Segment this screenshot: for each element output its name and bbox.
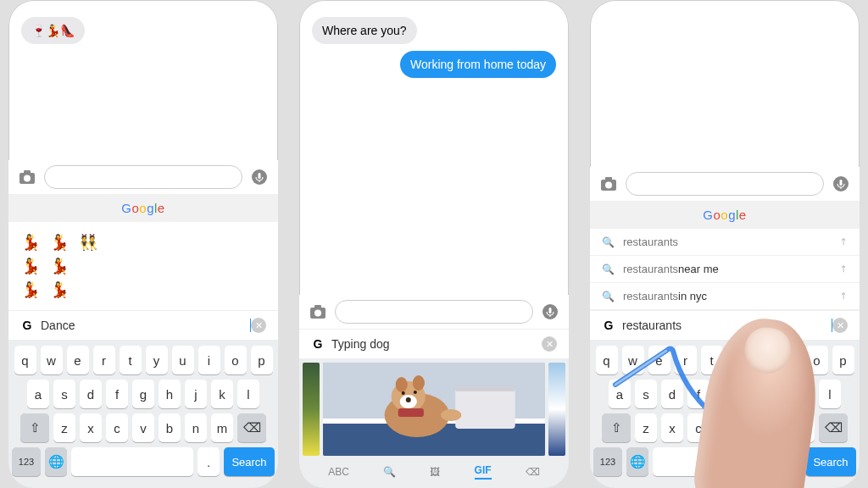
svg-point-19 <box>396 377 408 392</box>
compose-input[interactable] <box>626 172 824 196</box>
google-g-icon: G <box>311 337 325 351</box>
key-w[interactable]: w <box>41 346 63 374</box>
key-t[interactable]: t <box>120 346 142 374</box>
tab-gif[interactable]: GIF <box>475 464 492 480</box>
gboard-search-field[interactable]: G Typing dog ✕ <box>299 329 569 359</box>
search-text: Typing dog <box>331 337 542 351</box>
mic-icon[interactable] <box>249 167 270 187</box>
gif-tile[interactable] <box>548 363 565 456</box>
key-d[interactable]: d <box>80 380 102 408</box>
emoji-result[interactable]: 👯 <box>79 230 97 254</box>
insert-arrow-icon: ↗ <box>837 290 851 303</box>
key-p[interactable]: p <box>251 346 273 374</box>
key-u[interactable]: u <box>172 346 194 374</box>
key-l[interactable]: l <box>237 380 259 408</box>
emoji-result[interactable]: 💃 <box>50 278 69 302</box>
gif-tile[interactable] <box>303 363 320 456</box>
svg-rect-4 <box>259 173 261 179</box>
gboard-search-field[interactable]: G restaurants ✕ <box>590 310 860 341</box>
key-dot[interactable]: . <box>198 447 220 476</box>
tab-abc[interactable]: ABC <box>328 466 349 478</box>
key-r[interactable]: r <box>675 346 697 374</box>
compose-bar <box>8 160 278 194</box>
key-globe[interactable]: 🌐 <box>45 447 67 476</box>
key-a[interactable]: a <box>27 380 49 408</box>
image-icon[interactable]: 🖼 <box>430 466 440 478</box>
search-icon: 🔍 <box>602 291 615 302</box>
key-k[interactable]: k <box>211 380 233 408</box>
key-f[interactable]: f <box>106 380 128 408</box>
key-a[interactable]: a <box>609 380 631 408</box>
search-text: restaurants <box>622 319 832 332</box>
key-q[interactable]: q <box>14 346 36 374</box>
key-search[interactable]: Search <box>224 447 275 476</box>
key-z[interactable]: z <box>53 413 75 442</box>
emoji-result[interactable]: 💃 <box>21 278 40 302</box>
suggestion-item[interactable]: 🔍restaurants in nyc↗ <box>590 283 860 310</box>
key-q[interactable]: q <box>596 346 618 374</box>
key-r[interactable]: r <box>93 346 115 374</box>
clear-icon[interactable]: ✕ <box>542 336 557 352</box>
camera-icon[interactable] <box>598 174 619 194</box>
svg-point-23 <box>402 391 405 395</box>
backspace-icon[interactable]: ⌫ <box>526 466 540 478</box>
emoji-result[interactable]: 💃 <box>50 230 69 254</box>
search-icon: 🔍 <box>602 263 615 275</box>
key-g[interactable]: g <box>132 380 154 408</box>
key-l[interactable]: l <box>819 380 841 408</box>
mic-icon[interactable] <box>831 174 851 194</box>
key-numbers[interactable]: 123 <box>593 447 622 476</box>
key-shift[interactable]: ⇧ <box>602 413 631 442</box>
camera-icon[interactable] <box>308 302 328 322</box>
key-h[interactable]: h <box>159 380 181 408</box>
clear-icon[interactable]: ✕ <box>251 318 266 333</box>
key-m[interactable]: m <box>211 413 233 442</box>
key-s[interactable]: s <box>635 380 657 408</box>
key-space[interactable] <box>71 447 193 476</box>
key-numbers[interactable]: 123 <box>12 447 41 476</box>
google-g-icon: G <box>602 319 615 332</box>
compose-input[interactable] <box>335 300 533 324</box>
mic-icon[interactable] <box>540 302 560 322</box>
svg-rect-25 <box>398 408 424 417</box>
compose-input[interactable] <box>44 165 242 189</box>
emoji-result[interactable]: 💃 <box>21 254 40 278</box>
svg-point-20 <box>413 375 425 391</box>
key-search[interactable]: Search <box>805 447 856 476</box>
messages-area <box>590 0 860 167</box>
key-n[interactable]: n <box>185 413 207 442</box>
key-v[interactable]: v <box>132 413 154 442</box>
key-i[interactable]: i <box>198 346 220 374</box>
camera-icon[interactable] <box>17 167 37 187</box>
key-z[interactable]: z <box>635 413 657 442</box>
key-s[interactable]: s <box>53 380 75 408</box>
key-backspace[interactable]: ⌫ <box>237 413 266 442</box>
suggestion-item[interactable]: 🔍restaurants near me↗ <box>590 256 860 283</box>
key-x[interactable]: x <box>661 413 683 442</box>
gboard-search-field[interactable]: G Dance ✕ <box>8 310 278 341</box>
key-e[interactable]: e <box>67 346 89 374</box>
key-backspace[interactable]: ⌫ <box>819 413 848 442</box>
key-e[interactable]: e <box>648 346 670 374</box>
emoji-result[interactable]: 💃 <box>21 230 40 254</box>
key-b[interactable]: b <box>159 413 181 442</box>
key-w[interactable]: w <box>622 346 644 374</box>
key-d[interactable]: d <box>661 380 683 408</box>
gif-tile[interactable] <box>323 363 545 456</box>
svg-rect-28 <box>605 177 612 180</box>
key-y[interactable]: y <box>146 346 168 374</box>
key-shift[interactable]: ⇧ <box>20 413 49 442</box>
clear-icon[interactable]: ✕ <box>832 318 848 333</box>
key-j[interactable]: j <box>185 380 207 408</box>
key-globe[interactable]: 🌐 <box>626 447 648 476</box>
svg-point-2 <box>24 175 31 182</box>
svg-rect-31 <box>840 180 843 186</box>
svg-rect-1 <box>24 170 31 174</box>
key-p[interactable]: p <box>832 346 854 374</box>
key-x[interactable]: x <box>80 413 102 442</box>
search-icon[interactable]: 🔍 <box>383 466 396 478</box>
key-o[interactable]: o <box>225 346 247 374</box>
key-c[interactable]: c <box>106 413 128 442</box>
suggestion-item[interactable]: 🔍restaurants↗ <box>590 229 860 256</box>
emoji-result[interactable]: 💃 <box>50 254 69 278</box>
